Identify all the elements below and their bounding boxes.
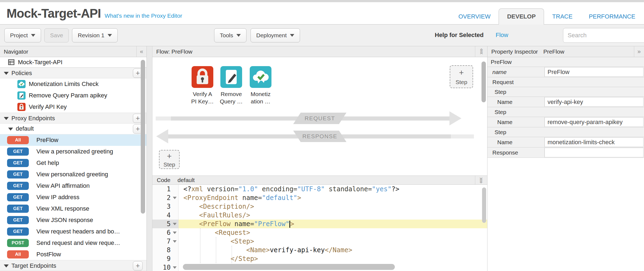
deployment-menu-button[interactable]: Deployment	[251, 28, 300, 42]
panel-splitter[interactable]	[147, 46, 152, 271]
method-badge: GET	[7, 216, 29, 224]
search-input[interactable]	[563, 28, 644, 43]
proxy-endpoints-section-header[interactable]: Proxy Endpoints +	[0, 113, 146, 124]
code-line[interactable]: 3 <Description/>	[152, 202, 487, 211]
line-number-text: 4	[167, 211, 171, 219]
revision-menu-button[interactable]: Revision 1	[72, 28, 118, 42]
tab-develop[interactable]: DEVELOP	[499, 8, 544, 24]
code-line[interactable]: 8 <Name>verify-api-key</Name>	[152, 246, 487, 254]
code-line[interactable]: 7 <Step>	[152, 237, 487, 246]
tab-overview[interactable]: OVERVIEW	[450, 9, 499, 24]
code-token: name=	[235, 220, 254, 228]
code-token: verify-api-key	[270, 246, 325, 254]
plus-icon: +	[160, 152, 179, 161]
line-number-text: 10	[163, 264, 171, 271]
collapse-triangle-icon[interactable]	[4, 72, 9, 75]
inspector-field-value[interactable]: PreFlow	[545, 67, 643, 77]
collapse-flow-panel-button[interactable]: »»	[475, 46, 487, 57]
develop-center-panel: Flow: PreFlow »» + Step Verify API Key…R…	[152, 46, 487, 271]
inspector-field-label-cell: Response	[487, 147, 545, 158]
code-line[interactable]: 4 <FaultRules/>	[152, 211, 487, 220]
fold-triangle-icon[interactable]	[173, 266, 177, 269]
inspector-section-row[interactable]: Step	[487, 107, 644, 117]
code-line[interactable]: 9 </Step>	[152, 254, 487, 263]
code-token: <ProxyEndpoint	[183, 194, 242, 202]
code-editor[interactable]: 1<?xml version="1.0" encoding="UTF-8" st…	[152, 185, 487, 271]
flow-diagram-canvas: + Step Verify API Key…RemoveQuery …Monet…	[152, 57, 487, 175]
code-line[interactable]: 2<ProxyEndpoint name="default">	[152, 193, 487, 202]
inspector-section-row[interactable]: Step	[487, 127, 644, 137]
inspector-section-row[interactable]: Request	[487, 77, 644, 87]
code-panel-title: Code	[157, 177, 170, 183]
inspector-field-value[interactable]: monetization-limits-check	[545, 137, 643, 147]
flow-list-item[interactable]: GETView JSON response	[0, 214, 146, 226]
code-line[interactable]: 1<?xml version="1.0" encoding="UTF-8" st…	[152, 185, 487, 193]
whats-new-link[interactable]: What's new in the Proxy Editor	[105, 13, 182, 19]
code-line-content: </Step>	[179, 254, 487, 263]
tools-menu-button[interactable]: Tools	[214, 28, 246, 42]
flow-list-item[interactable]: AllPreFlow	[0, 134, 146, 146]
fold-triangle-icon[interactable]	[173, 232, 177, 234]
line-number: 6	[152, 228, 179, 237]
policy-item[interactable]: Monetization Limits Check	[0, 78, 146, 90]
code-line[interactable]: 5 <PreFlow name="PreFlow">	[152, 220, 487, 228]
code-line-content: <PreFlow name="PreFlow">	[179, 220, 487, 228]
flow-list-item[interactable]: GETView XML response	[0, 203, 146, 214]
add-target-endpoint-button[interactable]: +	[133, 261, 143, 270]
collapse-navigator-button[interactable]: «	[136, 46, 146, 57]
flow-step-pencil[interactable]	[220, 66, 242, 88]
fold-triangle-icon[interactable]	[173, 240, 177, 243]
code-horizontal-scrollbar[interactable]	[183, 264, 395, 270]
flow-list-item[interactable]: GETView request headers and bo…	[0, 226, 146, 237]
flow-list-item[interactable]: GETGet help	[0, 157, 146, 169]
proxy-endpoint-default-group[interactable]: default +	[0, 124, 146, 134]
help-flow-link[interactable]: Flow	[496, 32, 508, 39]
target-endpoints-section-header[interactable]: Target Endpoints +	[0, 260, 146, 271]
add-step-button-request[interactable]: + Step	[450, 65, 473, 88]
save-button[interactable]: Save	[44, 28, 69, 42]
inspector-field-value[interactable]: verify-api-key	[545, 97, 643, 107]
flow-list-item[interactable]: GETView API affirmation	[0, 180, 146, 192]
flow-list-item[interactable]: POSTSend request and view reque…	[0, 237, 146, 249]
collapse-triangle-icon[interactable]	[4, 264, 9, 267]
flow-list-item[interactable]: GETView IP address	[0, 192, 146, 203]
caret-down-icon	[290, 34, 294, 37]
flow-list-item[interactable]: AllPostFlow	[0, 249, 146, 260]
navigator-root-item[interactable]: Mock-Target-API	[0, 57, 146, 67]
code-line-content: <?xml version="1.0" encoding="UTF-8" sta…	[179, 185, 487, 193]
code-token: "1.0"	[238, 185, 258, 193]
fold-triangle-icon[interactable]	[173, 197, 177, 199]
inspector-section-row[interactable]: Step	[487, 87, 644, 97]
policy-item[interactable]: Remove Query Param apikey	[0, 90, 146, 101]
inspector-field-value[interactable]	[545, 148, 643, 157]
policies-section-header[interactable]: Policies +	[0, 67, 146, 78]
fold-triangle-icon[interactable]	[173, 223, 177, 225]
add-step-button-response[interactable]: + Step	[159, 150, 180, 169]
code-token: "yes"	[372, 185, 392, 193]
collapse-triangle-icon[interactable]	[8, 128, 13, 131]
policy-item[interactable]: Verify API Key	[0, 101, 146, 113]
flow-list-item[interactable]: GETView personalized greeting	[0, 169, 146, 180]
inspector-section-row[interactable]: PreFlow	[487, 57, 644, 67]
flow-step-lock[interactable]	[192, 66, 213, 88]
code-token: <Name>	[183, 246, 270, 254]
collapse-triangle-icon[interactable]	[4, 117, 9, 120]
collapse-code-panel-button[interactable]: »»	[475, 176, 487, 184]
flow-list-item[interactable]: GETView a personalized greeting	[0, 146, 146, 157]
flow-canvas-scrollbar[interactable]	[482, 61, 486, 102]
code-line[interactable]: 6 <Request>	[152, 228, 487, 237]
policies-section-label: Policies	[11, 70, 32, 77]
code-vertical-scrollbar[interactable]	[482, 187, 486, 223]
navigator-scrollbar[interactable]	[141, 60, 145, 214]
tab-trace[interactable]: TRACE	[544, 9, 581, 24]
inspector-field-label-cell: Name	[487, 117, 545, 127]
inspector-field-value[interactable]: remove-query-param-apikey	[545, 117, 643, 127]
collapse-inspector-button[interactable]: »	[634, 46, 644, 57]
project-menu-button[interactable]: Project	[4, 28, 41, 42]
flow-step-cloud-check[interactable]	[250, 66, 271, 88]
tab-performance[interactable]: PERFORMANCE	[581, 9, 643, 24]
line-number: 3	[152, 202, 179, 211]
property-inspector-subtitle: PreFlow	[543, 48, 564, 55]
request-flow-label: REQUEST	[293, 113, 346, 124]
method-badge: GET	[7, 193, 29, 201]
